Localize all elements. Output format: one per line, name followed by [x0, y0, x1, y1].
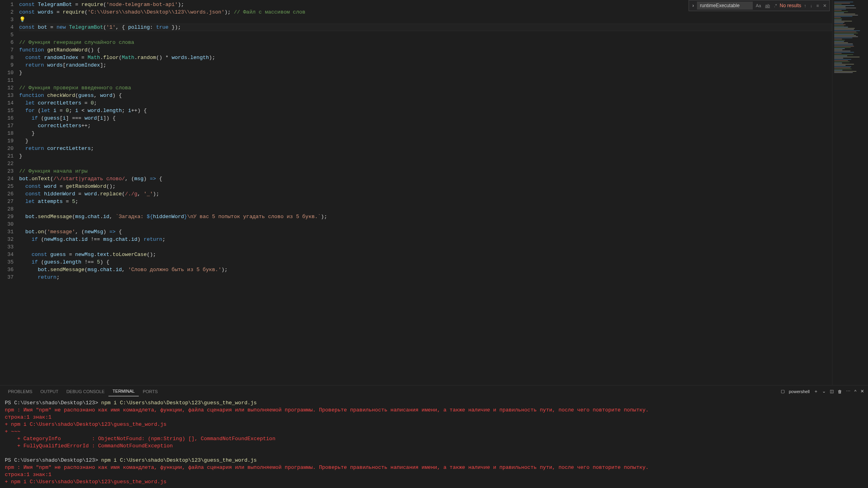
line-number: 22 [0, 160, 14, 167]
line-number: 3 [0, 16, 14, 24]
panel-tab-ports[interactable]: PORTS [139, 387, 162, 396]
code-line[interactable]: bot.on('message', (newMsg) => { [19, 228, 832, 236]
code-line[interactable]: if (guess.length !== 5) { [19, 258, 832, 266]
match-whole-word-icon[interactable]: ab [764, 2, 771, 9]
terminal-line: npm : Имя "npm" не распознано как имя ко… [5, 407, 863, 414]
code-line[interactable] [19, 243, 832, 251]
terminal-line: строка:1 знак:1 [5, 414, 863, 421]
find-selection-icon[interactable]: ≡ [815, 2, 820, 9]
code-line[interactable]: bot.onText(/\/start|угадать слово/, (msg… [19, 175, 832, 183]
find-prev-icon[interactable]: ↑ [803, 2, 808, 9]
terminal-kill-icon[interactable]: 🗑 [838, 389, 842, 394]
code-line[interactable] [19, 220, 832, 228]
line-number: 1 [0, 1, 14, 8]
line-number: 36 [0, 266, 14, 274]
terminal-line: PS C:\Users\shado\Desktop\123> npm i C:\… [5, 457, 863, 464]
line-number: 37 [0, 274, 14, 281]
panel-tab-problems[interactable]: PROBLEMS [4, 387, 36, 396]
panel-tab-debug-console[interactable]: DEBUG CONSOLE [62, 387, 108, 396]
match-case-icon[interactable]: Aa [754, 2, 762, 9]
panel-tab-terminal[interactable]: TERMINAL [108, 386, 139, 396]
line-number: 28 [0, 205, 14, 213]
line-number: 23 [0, 167, 14, 175]
code-line[interactable] [19, 205, 832, 213]
code-line[interactable] [19, 160, 832, 167]
line-number: 9 [0, 61, 14, 69]
line-number: 16 [0, 114, 14, 122]
code-editor[interactable]: const TelegramBot = require('node-telegr… [19, 0, 832, 385]
terminal-line: + CategoryInfo : ObjectNotFound: (npm:St… [5, 435, 863, 443]
code-line[interactable]: function getRandomWord() { [19, 46, 832, 54]
code-line[interactable]: const guess = newMsg.text.toLowerCase(); [19, 251, 832, 258]
line-number: 11 [0, 77, 14, 84]
code-line[interactable]: let correctLetters = 0; [19, 99, 832, 107]
line-number: 19 [0, 137, 14, 145]
line-number: 20 [0, 145, 14, 152]
line-number: 35 [0, 258, 14, 266]
line-number: 17 [0, 122, 14, 130]
terminal-shell-icon[interactable]: ▢ [781, 389, 785, 394]
code-line[interactable]: if (guess[i] === word[i]) { [19, 114, 832, 122]
terminal-split-icon[interactable]: ◫ [830, 389, 834, 394]
code-line[interactable]: if (newMsg.chat.id !== msg.chat.id) retu… [19, 236, 832, 243]
line-number: 15 [0, 107, 14, 114]
terminal-new-icon[interactable]: ＋ [814, 388, 818, 394]
line-number: 24 [0, 175, 14, 183]
code-line[interactable]: let attempts = 5; [19, 198, 832, 205]
code-line[interactable]: const randomIndex = Math.floor(Math.rand… [19, 54, 832, 61]
line-number: 33 [0, 243, 14, 251]
code-line[interactable]: 💡 [19, 16, 832, 24]
code-line[interactable]: function checkWord(guess, word) { [19, 92, 832, 99]
terminal-content[interactable]: PS C:\Users\shado\Desktop\123> npm i C:\… [0, 397, 868, 488]
terminal-line [5, 450, 863, 457]
code-line[interactable]: bot.sendMessage(msg.chat.id, `Загадка: $… [19, 213, 832, 220]
line-number: 13 [0, 92, 14, 99]
terminal-line: npm : Имя "npm" не распознано как имя ко… [5, 464, 863, 471]
line-number: 7 [0, 46, 14, 54]
code-line[interactable]: return correctLetters; [19, 145, 832, 152]
line-number: 31 [0, 228, 14, 236]
code-line[interactable]: } [19, 69, 832, 77]
code-line[interactable]: } [19, 152, 832, 160]
line-number: 30 [0, 220, 14, 228]
code-line[interactable]: const word = getRandomWord(); [19, 183, 832, 190]
line-number: 5 [0, 31, 14, 39]
terminal-more-icon[interactable]: ⋯ [846, 389, 850, 394]
find-widget: › Aa ab .* No results ↑ ↓ ≡ ✕ [689, 0, 830, 11]
terminal-dropdown-icon[interactable]: ⌄ [822, 389, 826, 394]
code-line[interactable]: const bot = new TelegramBot('1', { polli… [19, 24, 832, 31]
panel-close-icon[interactable]: ✕ [860, 389, 864, 394]
regex-icon[interactable]: .* [773, 2, 778, 9]
code-line[interactable] [19, 77, 832, 84]
code-line[interactable]: const hiddenWord = word.replace(/./g, '_… [19, 190, 832, 198]
terminal-line: строка:1 знак:1 [5, 471, 863, 478]
code-line[interactable]: for (let i = 0; i < word.length; i++) { [19, 107, 832, 114]
line-number: 4 [0, 24, 14, 31]
find-toggle-replace[interactable]: › [691, 2, 695, 9]
minimap[interactable] [832, 0, 868, 385]
terminal-line: + npm i C:\Users\shado\Desktop\123\guess… [5, 421, 863, 428]
line-number-gutter: 1234567891011121314151617181920212223242… [0, 0, 19, 385]
line-number: 21 [0, 152, 14, 160]
code-line[interactable]: // Функция начала игры [19, 167, 832, 175]
code-line[interactable]: correctLetters++; [19, 122, 832, 130]
code-line[interactable]: // Функция проверки введенного слова [19, 84, 832, 92]
find-close-icon[interactable]: ✕ [822, 2, 828, 9]
find-results-label: No results [780, 3, 801, 8]
panel-tab-output[interactable]: OUTPUT [36, 387, 62, 396]
code-line[interactable]: return words[randomIndex]; [19, 61, 832, 69]
code-line[interactable]: bot.sendMessage(msg.chat.id, 'Слово долж… [19, 266, 832, 274]
find-input[interactable] [697, 2, 753, 10]
code-line[interactable]: } [19, 137, 832, 145]
terminal-line: + FullyQualifiedErrorId : CommandNotFoun… [5, 443, 863, 450]
line-number: 26 [0, 190, 14, 198]
line-number: 32 [0, 236, 14, 243]
line-number: 25 [0, 183, 14, 190]
code-line[interactable] [19, 31, 832, 39]
find-next-icon[interactable]: ↓ [809, 2, 814, 9]
code-line[interactable]: // Функция генерации случайного слова [19, 39, 832, 46]
line-number: 27 [0, 198, 14, 205]
panel-maximize-icon[interactable]: ^ [854, 389, 856, 394]
code-line[interactable]: return; [19, 274, 832, 281]
code-line[interactable]: } [19, 130, 832, 137]
